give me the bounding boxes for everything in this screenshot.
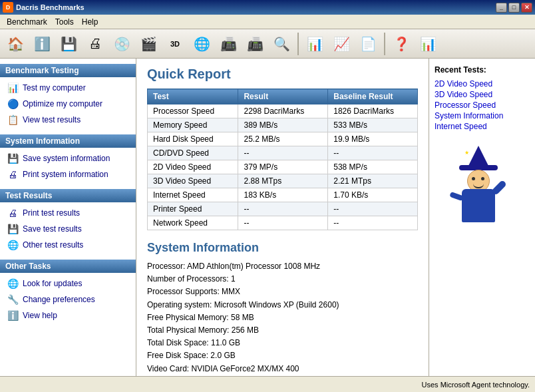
help-icon: ❓ xyxy=(393,36,410,52)
col-test: Test xyxy=(148,89,238,104)
toolbar-report[interactable]: 📄 xyxy=(355,31,381,57)
toolbar-chart1[interactable]: 📊 xyxy=(302,31,327,57)
table-row: CD/DVD Speed---- xyxy=(148,146,418,160)
table-row: Hard Disk Speed25.2 MB/s19.9 MB/s xyxy=(148,132,418,146)
sysinfo-title: System Information xyxy=(147,241,418,255)
sidebar-item-test-computer[interactable]: 📊 Test my computer xyxy=(0,80,136,96)
sidebar-item-other-tests[interactable]: 🌐 Other test results xyxy=(0,237,136,253)
menu-tools[interactable]: Tools xyxy=(51,16,78,28)
col-baseline: Baseline Result xyxy=(328,89,418,104)
sysinfo-line: Processor: AMD Athlon(tm) Processor 1008… xyxy=(147,260,418,273)
sidebar-item-view-help[interactable]: ℹ️ View help xyxy=(0,307,136,323)
section-othertasks-title: Other Tasks xyxy=(0,260,136,273)
report-icon: 📄 xyxy=(360,36,377,52)
toolbar-3d[interactable]: 3D xyxy=(162,31,188,57)
col-result: Result xyxy=(238,89,328,104)
sidebar-item-view-results[interactable]: 📋 View test results xyxy=(0,112,136,128)
wizard-figure: ★ xyxy=(452,146,512,222)
title-bar-left: D Dacris Benchmarks xyxy=(3,2,85,13)
print-icon: 🖨 xyxy=(7,168,19,180)
update-icon: 🌐 xyxy=(7,278,19,290)
app-icon: D xyxy=(3,2,13,13)
menu-bar: Benchmark Tools Help xyxy=(0,15,535,29)
sidebar-item-save-sysinfo[interactable]: 💾 Save system information xyxy=(0,150,136,166)
sidebar: Benchmark Testing 📊 Test my computer 🔵 O… xyxy=(0,59,136,376)
recent-test-item[interactable]: Internet Speed xyxy=(435,121,530,132)
sidebar-item-print-sysinfo[interactable]: 🖨 Print system information xyxy=(0,166,136,182)
sidebar-item-preferences[interactable]: 🔧 Change preferences xyxy=(0,292,136,307)
toolbar: 🏠 ℹ️ 💾 🖨 💿 🎬 3D 🌐 📠 📠 🔍 📊 📈 📄 ❓ 📊 xyxy=(0,29,535,59)
toolbar-separator-1 xyxy=(297,33,299,55)
recent-test-item[interactable]: System Information xyxy=(435,110,530,121)
sidebar-item-print-tests[interactable]: 🖨 Print test results xyxy=(0,205,136,221)
sysinfo-line: Total Disk Space: 11.0 GB xyxy=(147,337,418,349)
network-icon: 🌐 xyxy=(194,36,210,52)
help2-icon: ℹ️ xyxy=(7,309,19,321)
recent-test-item[interactable]: 3D Video Speed xyxy=(435,89,530,100)
section-testresults-title: Test Results xyxy=(0,189,136,202)
recent-test-item[interactable]: Processor Speed xyxy=(435,100,530,110)
close-button[interactable]: ✕ xyxy=(521,3,532,13)
toolbar-scan[interactable]: 📠 xyxy=(216,31,241,57)
threed-icon: 3D xyxy=(170,40,180,48)
toolbar-search[interactable]: 🔍 xyxy=(269,31,294,57)
toolbar-video[interactable]: 🎬 xyxy=(136,31,161,57)
table-row: Internet Speed183 KB/s1.70 KB/s xyxy=(148,188,418,202)
wizard-smile xyxy=(473,184,484,188)
status-bar: Uses Microsoft Agent technology. xyxy=(0,376,535,392)
save2-icon: 💾 xyxy=(7,223,19,235)
chart1-icon: 📊 xyxy=(307,36,323,52)
minimize-button[interactable]: _ xyxy=(496,3,507,13)
sysinfo-line: DirectX Version: 8.1 xyxy=(147,375,418,376)
gap-2 xyxy=(0,182,136,189)
toolbar-fax[interactable]: 📠 xyxy=(242,31,268,57)
prefs-icon: 🔧 xyxy=(7,294,19,305)
processor-icon: 💾 xyxy=(61,36,77,52)
toolbar-info[interactable]: ℹ️ xyxy=(29,31,55,57)
toolbar-chart2[interactable]: 📈 xyxy=(329,31,354,57)
toolbar-separator-2 xyxy=(384,33,385,55)
search-icon: 🔍 xyxy=(273,36,290,52)
section-benchmark-title: Benchmark Testing xyxy=(0,64,136,77)
toolbar-processor[interactable]: 💾 xyxy=(56,31,81,57)
toolbar-printer[interactable]: 🖨 xyxy=(83,31,108,57)
maximize-button[interactable]: □ xyxy=(508,3,520,13)
toolbar-help[interactable]: ❓ xyxy=(389,31,414,57)
table-row: 3D Video Speed2.88 MTps2.21 MTps xyxy=(148,174,418,188)
optimize-icon: 🔵 xyxy=(7,98,19,110)
menu-help[interactable]: Help xyxy=(78,16,102,28)
fax-icon: 📠 xyxy=(247,36,264,52)
chart2-icon: 📈 xyxy=(333,36,350,52)
wizard-hat-cone xyxy=(468,146,489,167)
sysinfo-line: Operating system: Microsoft Windows XP (… xyxy=(147,299,418,311)
wizard-container: ★ xyxy=(435,142,530,222)
right-panel: Recent Tests: 2D Video Speed3D Video Spe… xyxy=(429,59,535,376)
table-row: Network Speed---- xyxy=(148,216,418,230)
info-icon: ℹ️ xyxy=(34,36,51,52)
printer-icon: 🖨 xyxy=(89,36,102,51)
table-row: 2D Video Speed379 MP/s538 MP/s xyxy=(148,160,418,174)
quick-report-title: Quick Report xyxy=(147,67,418,82)
cd-icon: 💿 xyxy=(114,36,130,52)
sidebar-item-updates[interactable]: 🌐 Look for updates xyxy=(0,276,136,292)
sysinfo-line: Free Physical Memory: 58 MB xyxy=(147,311,418,324)
toolbar-network[interactable]: 🌐 xyxy=(189,31,214,57)
toolbar-bar[interactable]: 📊 xyxy=(415,31,441,57)
window-title: Dacris Benchmarks xyxy=(16,3,85,11)
wizard-eye-left xyxy=(472,177,475,180)
results-table: Test Result Baseline Result Processor Sp… xyxy=(147,89,418,230)
sidebar-item-save-tests[interactable]: 💾 Save test results xyxy=(0,221,136,237)
recent-test-item[interactable]: 2D Video Speed xyxy=(435,79,530,89)
video-icon: 🎬 xyxy=(140,36,157,52)
other-icon: 🌐 xyxy=(7,239,19,251)
chart-icon: 📊 xyxy=(7,82,19,94)
sidebar-item-optimize[interactable]: 🔵 Optimize my computer xyxy=(0,96,136,112)
toolbar-home[interactable]: 🏠 xyxy=(3,31,28,57)
section-sysinfo-title: System Information xyxy=(0,134,136,148)
content-area: Quick Report Test Result Baseline Result… xyxy=(136,59,429,376)
toolbar-cd[interactable]: 💿 xyxy=(109,31,134,57)
table-row: Memory Speed389 MB/s533 MB/s xyxy=(148,118,418,132)
save-icon: 💾 xyxy=(7,152,19,164)
sysinfo-line: Number of Processors: 1 xyxy=(147,273,418,286)
menu-benchmark[interactable]: Benchmark xyxy=(3,16,51,28)
